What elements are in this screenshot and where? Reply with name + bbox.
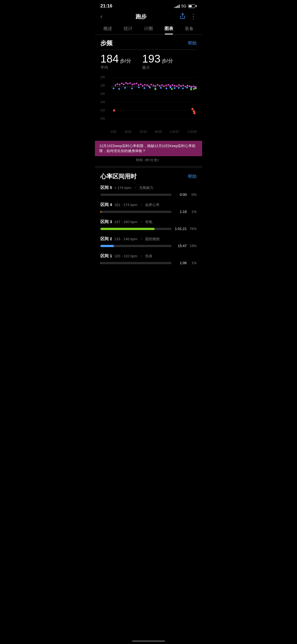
- zone-2-bar-fill: [100, 245, 114, 247]
- tab-charts[interactable]: 图表: [162, 23, 175, 34]
- zone-1-time: 1:06: [174, 261, 187, 265]
- svg-point-20: [127, 83, 129, 85]
- svg-point-78: [193, 112, 196, 114]
- svg-point-32: [153, 85, 154, 86]
- svg-point-43: [176, 85, 178, 87]
- chart-svg: 200 180 160 140 120 100: [100, 75, 197, 130]
- zone-1-name: 区间 1: [100, 253, 112, 259]
- zone-3-bar-fill: [100, 228, 155, 230]
- svg-point-41: [172, 84, 173, 86]
- zone-4-bar-bg: [100, 211, 172, 213]
- zone-2-type: 脂肪燃烧: [145, 237, 160, 242]
- svg-point-51: [193, 86, 195, 87]
- zone-1-range: 120 - 132 bpm: [114, 254, 138, 258]
- zone-2: 区间 2 133 - 146 bpm ・ 脂肪燃烧 15:47 19%: [100, 236, 197, 248]
- svg-text:100: 100: [100, 117, 105, 120]
- svg-point-72: [190, 89, 192, 90]
- cadence-divider: [100, 50, 197, 50]
- svg-point-26: [140, 83, 142, 85]
- svg-point-59: [149, 87, 151, 88]
- ad-banner[interactable]: 12月10日keep实时心率权限，揭秘12月10日Keep实时心率权限，如何优化…: [95, 141, 202, 156]
- avg-cadence: 184步/分 平均: [100, 53, 131, 70]
- svg-point-33: [155, 85, 156, 87]
- tab-laps[interactable]: 计圈: [142, 23, 155, 34]
- svg-point-76: [191, 108, 194, 110]
- zone-5: 区间 5 > 174 bpm ・ 无氧耐力 0:00 0%: [100, 185, 197, 197]
- svg-point-53: [113, 88, 114, 89]
- svg-text:160: 160: [100, 92, 105, 95]
- avg-label: 平均: [100, 65, 131, 70]
- svg-point-63: [170, 87, 171, 88]
- zone-1: 区间 1 120 - 132 bpm ・ 热身 1:06 1%: [100, 253, 197, 265]
- svg-point-18: [123, 83, 125, 85]
- zone-2-range: 133 - 146 bpm: [114, 237, 138, 241]
- svg-point-34: [157, 84, 158, 86]
- tab-stats[interactable]: 统计: [122, 23, 135, 34]
- page-title: 跑步: [136, 13, 147, 20]
- svg-text:200: 200: [100, 76, 105, 79]
- svg-point-31: [150, 84, 152, 85]
- svg-point-29: [146, 84, 148, 86]
- x-label-4: 1:04:07: [170, 130, 179, 133]
- zone-2-pct: 19%: [189, 244, 197, 248]
- zone-5-type: 无氧耐力: [139, 185, 153, 190]
- x-label-1: 16:02: [125, 130, 131, 133]
- tab-overview[interactable]: 概述: [101, 23, 114, 34]
- share-button[interactable]: [180, 13, 186, 20]
- svg-point-61: [160, 87, 162, 89]
- svg-point-64: [174, 87, 175, 89]
- svg-text:140: 140: [100, 101, 105, 104]
- svg-point-56: [131, 88, 133, 89]
- tab-gear[interactable]: 装备: [183, 23, 196, 34]
- svg-point-47: [185, 86, 186, 87]
- svg-point-62: [166, 88, 167, 89]
- svg-point-74: [195, 88, 197, 89]
- svg-point-46: [182, 85, 184, 86]
- svg-point-45: [180, 85, 182, 87]
- svg-point-54: [118, 88, 120, 90]
- x-label-5: 1:20:09: [188, 130, 197, 133]
- zone-1-type: 热身: [145, 254, 152, 259]
- network-label: 5G: [181, 4, 186, 8]
- zone-3-bar-bg: [100, 228, 172, 230]
- max-label: 最大: [142, 65, 173, 70]
- svg-point-37: [163, 85, 165, 87]
- max-cadence-value: 193步/分: [142, 53, 173, 64]
- svg-point-39: [167, 84, 169, 86]
- cadence-stats: 184步/分 平均 193步/分 最大: [100, 53, 197, 70]
- x-label-3: 48:05: [155, 130, 162, 133]
- svg-point-19: [125, 82, 127, 84]
- zone-3-range: 147 - 160 bpm: [114, 220, 138, 224]
- svg-point-55: [124, 87, 126, 89]
- cadence-section: 步频 帮助 184步/分 平均 193步/分 最大: [95, 35, 202, 70]
- zone-3-type: 有氧: [145, 220, 152, 224]
- zone-2-name: 区间 2: [100, 236, 112, 242]
- more-button[interactable]: ⋮: [190, 13, 197, 20]
- x-label-2: 32:04: [140, 130, 147, 133]
- svg-text:120: 120: [100, 109, 105, 112]
- zone-4-range: 161 - 174 bpm: [114, 203, 138, 207]
- svg-point-44: [178, 84, 180, 86]
- svg-point-66: [182, 88, 184, 89]
- svg-point-67: [186, 87, 188, 88]
- banner-text: 12月10日keep实时心率权限，揭秘12月10日Keep实时心率权限，如何优化…: [99, 144, 196, 153]
- zone-4: 区间 4 161 - 174 bpm ・ 临界心率 1:16 1%: [100, 202, 197, 214]
- zones-title: 心率区间用时: [100, 172, 137, 181]
- svg-point-25: [138, 84, 139, 86]
- cadence-title: 步频: [100, 39, 112, 47]
- svg-point-30: [148, 85, 150, 87]
- cadence-help[interactable]: 帮助: [188, 40, 197, 46]
- svg-point-16: [119, 84, 120, 85]
- svg-point-22: [131, 84, 133, 85]
- svg-point-24: [136, 83, 137, 84]
- max-cadence: 193步/分 最大: [142, 53, 173, 70]
- svg-point-49: [189, 85, 191, 87]
- svg-point-71: [171, 88, 173, 90]
- zone-3-pct: 76%: [189, 227, 197, 231]
- zone-3-name: 区间 3: [100, 219, 112, 224]
- heart-rate-zones-section: 心率区间用时 帮助 区间 5 > 174 bpm ・ 无氧耐力 0:00 0% …: [95, 168, 202, 265]
- zones-help[interactable]: 帮助: [188, 174, 197, 180]
- svg-point-21: [129, 82, 131, 84]
- svg-point-57: [138, 86, 140, 88]
- back-button[interactable]: ‹: [100, 13, 102, 20]
